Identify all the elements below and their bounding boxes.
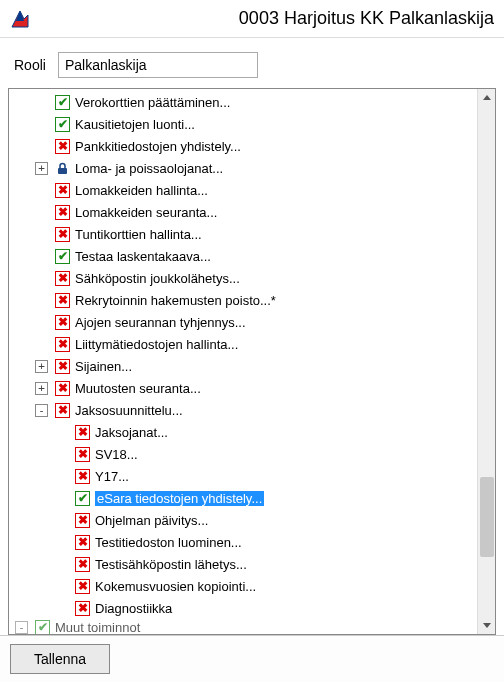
tree-item[interactable]: ✖Lomakkeiden seuranta... bbox=[9, 201, 477, 223]
tree-item-label[interactable]: Jaksojanat... bbox=[95, 425, 168, 440]
tree-item-label[interactable]: Ohjelman päivitys... bbox=[95, 513, 208, 528]
tree-item-label[interactable]: Loma- ja poissaolojanat... bbox=[75, 161, 223, 176]
tree-item-label[interactable]: Lomakkeiden seuranta... bbox=[75, 205, 217, 220]
tree-item[interactable]: ✖Rekrytoinnin hakemusten poisto...* bbox=[9, 289, 477, 311]
checkbox-checked-icon[interactable]: ✔ bbox=[55, 117, 70, 132]
tree-item[interactable]: ✖Testisähköpostin lähetys... bbox=[9, 553, 477, 575]
tree-item-label[interactable]: Sähköpostin joukkolähetys... bbox=[75, 271, 240, 286]
scroll-down-arrow[interactable] bbox=[478, 616, 496, 634]
tree-item[interactable]: ✖Jaksojanat... bbox=[9, 421, 477, 443]
tree-item-label[interactable]: Muut toiminnot bbox=[55, 620, 140, 635]
collapse-icon[interactable]: - bbox=[35, 404, 48, 417]
tree-item-label[interactable]: Tuntikorttien hallinta... bbox=[75, 227, 202, 242]
tree-item[interactable]: +✖Sijainen... bbox=[9, 355, 477, 377]
tree-item-label[interactable]: Pankkitiedostojen yhdistely... bbox=[75, 139, 241, 154]
role-input[interactable] bbox=[58, 52, 258, 78]
collapse-icon[interactable]: - bbox=[15, 621, 28, 634]
checkbox-denied-icon[interactable]: ✖ bbox=[75, 425, 90, 440]
tree-item[interactable]: ✖Testitiedoston luominen... bbox=[9, 531, 477, 553]
tree-item-label[interactable]: Testisähköpostin lähetys... bbox=[95, 557, 247, 572]
save-button[interactable]: Tallenna bbox=[10, 644, 110, 674]
checkbox-denied-icon[interactable]: ✖ bbox=[55, 315, 70, 330]
tree-item[interactable]: ✖Y17... bbox=[9, 465, 477, 487]
tree-item-label[interactable]: Verokorttien päättäminen... bbox=[75, 95, 230, 110]
permission-tree: ✔Verokorttien päättäminen...✔Kausitietoj… bbox=[8, 88, 496, 635]
footer: Tallenna bbox=[0, 635, 504, 682]
checkbox-denied-icon[interactable]: ✖ bbox=[55, 271, 70, 286]
title-bar: 0003 Harjoitus KK Palkanlaskija bbox=[0, 0, 504, 38]
app-icon bbox=[10, 9, 30, 29]
tree-item[interactable]: -✖Jaksosuunnittelu... bbox=[9, 399, 477, 421]
checkbox-denied-icon[interactable]: ✖ bbox=[55, 139, 70, 154]
checkbox-denied-icon[interactable]: ✖ bbox=[75, 469, 90, 484]
role-label: Rooli bbox=[14, 57, 46, 73]
tree-item[interactable]: -✔Muut toiminnot bbox=[9, 619, 477, 634]
tree-viewport[interactable]: ✔Verokorttien päättäminen...✔Kausitietoj… bbox=[9, 89, 477, 634]
role-row: Rooli bbox=[0, 38, 504, 88]
checkbox-denied-icon[interactable]: ✖ bbox=[75, 513, 90, 528]
tree-item[interactable]: ✔Testaa laskentakaava... bbox=[9, 245, 477, 267]
checkbox-denied-icon[interactable]: ✖ bbox=[75, 579, 90, 594]
window-title: 0003 Harjoitus KK Palkanlaskija bbox=[40, 8, 494, 29]
checkbox-checked-icon[interactable]: ✔ bbox=[55, 249, 70, 264]
checkbox-denied-icon[interactable]: ✖ bbox=[75, 601, 90, 616]
scroll-up-arrow[interactable] bbox=[478, 89, 496, 107]
tree-item-label[interactable]: Jaksosuunnittelu... bbox=[75, 403, 183, 418]
tree-item-label[interactable]: Muutosten seuranta... bbox=[75, 381, 201, 396]
tree-item[interactable]: ✖Diagnostiikka bbox=[9, 597, 477, 619]
tree-item-label[interactable]: Y17... bbox=[95, 469, 129, 484]
expand-icon[interactable]: + bbox=[35, 162, 48, 175]
lock-icon bbox=[55, 161, 70, 176]
checkbox-denied-icon[interactable]: ✖ bbox=[55, 381, 70, 396]
checkbox-checked-icon[interactable]: ✔ bbox=[75, 491, 90, 506]
tree-item[interactable]: +✖Muutosten seuranta... bbox=[9, 377, 477, 399]
checkbox-checked-icon[interactable]: ✔ bbox=[35, 620, 50, 635]
tree-item-label[interactable]: eSara tiedostojen yhdistely... bbox=[95, 491, 264, 506]
checkbox-denied-icon[interactable]: ✖ bbox=[55, 227, 70, 242]
tree-item[interactable]: ✔eSara tiedostojen yhdistely... bbox=[9, 487, 477, 509]
expand-icon[interactable]: + bbox=[35, 360, 48, 373]
checkbox-denied-icon[interactable]: ✖ bbox=[55, 183, 70, 198]
expand-icon[interactable]: + bbox=[35, 382, 48, 395]
scroll-thumb[interactable] bbox=[480, 477, 494, 557]
vertical-scrollbar[interactable] bbox=[477, 89, 495, 634]
tree-item-label[interactable]: SV18... bbox=[95, 447, 138, 462]
tree-item[interactable]: ✖Pankkitiedostojen yhdistely... bbox=[9, 135, 477, 157]
checkbox-denied-icon[interactable]: ✖ bbox=[55, 337, 70, 352]
tree-item-label[interactable]: Kokemusvuosien kopiointi... bbox=[95, 579, 256, 594]
tree-item[interactable]: ✖Kokemusvuosien kopiointi... bbox=[9, 575, 477, 597]
checkbox-denied-icon[interactable]: ✖ bbox=[75, 557, 90, 572]
tree-item[interactable]: +Loma- ja poissaolojanat... bbox=[9, 157, 477, 179]
tree-item-label[interactable]: Diagnostiikka bbox=[95, 601, 172, 616]
tree-item[interactable]: ✖SV18... bbox=[9, 443, 477, 465]
tree-item-label[interactable]: Liittymätiedostojen hallinta... bbox=[75, 337, 238, 352]
checkbox-denied-icon[interactable]: ✖ bbox=[55, 205, 70, 220]
checkbox-denied-icon[interactable]: ✖ bbox=[55, 403, 70, 418]
checkbox-denied-icon[interactable]: ✖ bbox=[75, 447, 90, 462]
checkbox-checked-icon[interactable]: ✔ bbox=[55, 95, 70, 110]
scroll-track[interactable] bbox=[478, 107, 496, 616]
checkbox-denied-icon[interactable]: ✖ bbox=[55, 293, 70, 308]
tree-item[interactable]: ✖Ohjelman päivitys... bbox=[9, 509, 477, 531]
tree-item-label[interactable]: Testaa laskentakaava... bbox=[75, 249, 211, 264]
tree-item[interactable]: ✖Ajojen seurannan tyhjennys... bbox=[9, 311, 477, 333]
tree-item[interactable]: ✖Tuntikorttien hallinta... bbox=[9, 223, 477, 245]
tree-item[interactable]: ✔Kausitietojen luonti... bbox=[9, 113, 477, 135]
tree-item[interactable]: ✖Lomakkeiden hallinta... bbox=[9, 179, 477, 201]
tree-item-label[interactable]: Rekrytoinnin hakemusten poisto...* bbox=[75, 293, 276, 308]
checkbox-denied-icon[interactable]: ✖ bbox=[75, 535, 90, 550]
checkbox-denied-icon[interactable]: ✖ bbox=[55, 359, 70, 374]
tree-item-label[interactable]: Lomakkeiden hallinta... bbox=[75, 183, 208, 198]
tree-item-label[interactable]: Kausitietojen luonti... bbox=[75, 117, 195, 132]
tree-item-label[interactable]: Sijainen... bbox=[75, 359, 132, 374]
tree-item-label[interactable]: Ajojen seurannan tyhjennys... bbox=[75, 315, 246, 330]
tree-item[interactable]: ✔Verokorttien päättäminen... bbox=[9, 91, 477, 113]
svg-rect-0 bbox=[58, 168, 67, 174]
tree-item[interactable]: ✖Sähköpostin joukkolähetys... bbox=[9, 267, 477, 289]
tree-item[interactable]: ✖Liittymätiedostojen hallinta... bbox=[9, 333, 477, 355]
tree-item-label[interactable]: Testitiedoston luominen... bbox=[95, 535, 242, 550]
